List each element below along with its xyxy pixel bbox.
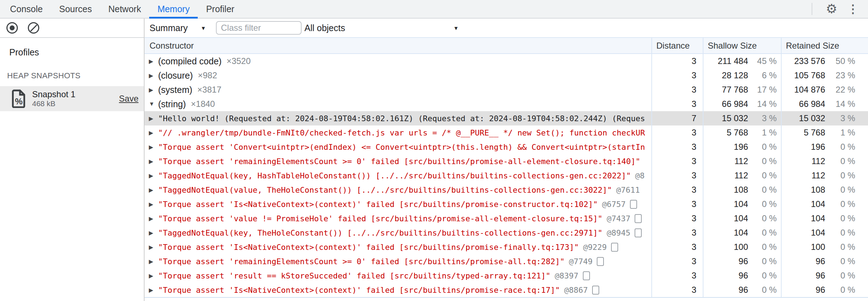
tab-memory[interactable]: Memory bbox=[149, 0, 198, 18]
preview-box-icon[interactable] bbox=[635, 228, 642, 237]
constructor-cell: ▶ "Torque assert 'result == kStoreSucced… bbox=[145, 268, 651, 283]
retained-size-percent: 0 % bbox=[825, 156, 855, 166]
object-id: @7437 bbox=[607, 214, 630, 223]
table-row[interactable]: ▶ "TaggedNotEqual(key, TheHoleConstant()… bbox=[145, 226, 868, 240]
expand-icon[interactable]: ▶ bbox=[149, 230, 158, 236]
distance-cell: 3 bbox=[651, 125, 703, 140]
snapshot-item[interactable]: % Snapshot 1 468 kB Save bbox=[0, 86, 144, 111]
retained-size-cell: 15 032 3 % bbox=[781, 111, 868, 125]
table-row[interactable]: ▶ "Torque assert 'Is<NativeContext>(cont… bbox=[145, 197, 868, 211]
expand-icon[interactable]: ▶ bbox=[149, 287, 158, 293]
retained-size-cell: 108 0 % bbox=[781, 183, 868, 197]
table-row[interactable]: ▶ (closure) ×982 3 28 128 6 % 105 768 23… bbox=[145, 68, 868, 83]
constructor-cell: ▶ "Torque assert 'Is<NativeContext>(cont… bbox=[145, 197, 651, 211]
shallow-size-value: 211 484 bbox=[703, 56, 748, 66]
tab-sources[interactable]: Sources bbox=[51, 0, 100, 18]
shallow-size-percent: 17 % bbox=[748, 85, 777, 95]
expand-icon[interactable]: ▶ bbox=[149, 158, 158, 165]
tab-network[interactable]: Network bbox=[100, 0, 149, 18]
shallow-size-cell: 104 0 % bbox=[703, 197, 781, 211]
shallow-size-cell: 112 0 % bbox=[703, 154, 781, 168]
object-id: @8397 bbox=[555, 271, 578, 280]
retained-size-percent: 0 % bbox=[825, 185, 855, 195]
shallow-size-value: 100 bbox=[703, 242, 748, 252]
settings-gear-icon[interactable]: ⚙ bbox=[820, 3, 843, 15]
constructor-cell: ▼ (string) ×1840 bbox=[145, 97, 651, 111]
table-row[interactable]: ▶ (compiled code) ×3520 3 211 484 45 % 2… bbox=[145, 54, 868, 68]
expand-icon[interactable]: ▶ bbox=[149, 129, 158, 136]
shallow-size-cell: 112 0 % bbox=[703, 168, 781, 183]
preview-box-icon[interactable] bbox=[630, 200, 637, 209]
retained-size-value: 233 576 bbox=[782, 56, 825, 66]
retained-size-cell: 233 576 50 % bbox=[781, 54, 868, 68]
expand-icon[interactable]: ▶ bbox=[149, 172, 158, 179]
preview-box-icon[interactable] bbox=[592, 286, 599, 295]
column-header-retained-size[interactable]: Retained Size bbox=[781, 38, 868, 53]
retained-size-cell: 5 768 1 % bbox=[781, 125, 868, 140]
column-header-shallow-size[interactable]: Shallow Size bbox=[703, 38, 781, 53]
expand-icon[interactable]: ▶ bbox=[149, 115, 158, 122]
expand-icon[interactable]: ▶ bbox=[149, 258, 158, 265]
expand-icon[interactable]: ▶ bbox=[149, 58, 158, 65]
column-header-distance[interactable]: Distance bbox=[651, 38, 703, 53]
expand-icon[interactable]: ▶ bbox=[149, 201, 158, 208]
table-row[interactable]: ▶ "TaggedNotEqual(value, TheHoleConstant… bbox=[145, 183, 868, 197]
shallow-size-cell: 104 0 % bbox=[703, 226, 781, 240]
constructor-name: (compiled code) bbox=[158, 56, 222, 66]
shallow-size-value: 196 bbox=[703, 142, 748, 152]
preview-box-icon[interactable] bbox=[635, 214, 642, 223]
retained-size-percent: 22 % bbox=[825, 85, 855, 95]
shallow-size-cell: 100 0 % bbox=[703, 240, 781, 254]
retained-size-value: 104 bbox=[782, 213, 825, 223]
table-row[interactable]: ▶ "TaggedNotEqual(key, HashTableHoleCons… bbox=[145, 168, 868, 183]
table-row[interactable]: ▶ "Torque assert 'Is<NativeContext>(cont… bbox=[145, 240, 868, 254]
tab-profiler[interactable]: Profiler bbox=[198, 0, 242, 18]
heap-snapshot-view: Summary ▼ All objects ▼ Constructor Dist… bbox=[145, 19, 868, 301]
retained-size-percent: 0 % bbox=[825, 285, 855, 295]
table-row[interactable]: ▶ "Torque assert 'result == kStoreSucced… bbox=[145, 268, 868, 283]
object-scope-select[interactable]: All objects ▼ bbox=[304, 23, 461, 33]
table-row[interactable]: ▶ "Torque assert 'Convert<uintptr>(endIn… bbox=[145, 140, 868, 154]
expand-icon[interactable]: ▶ bbox=[149, 187, 158, 193]
clear-profiles-icon[interactable] bbox=[28, 22, 39, 34]
table-row[interactable]: ▶ "Torque assert 'value != PromiseHole' … bbox=[145, 211, 868, 226]
shallow-size-value: 15 032 bbox=[703, 113, 748, 123]
preview-box-icon[interactable] bbox=[611, 243, 618, 252]
table-row[interactable]: ▶ "Torque assert 'remainingElementsCount… bbox=[145, 254, 868, 268]
snapshot-toolbar: Summary ▼ All objects ▼ bbox=[145, 19, 868, 38]
table-row[interactable]: ▶ "Torque assert 'Is<NativeContext>(cont… bbox=[145, 283, 868, 297]
shallow-size-value: 104 bbox=[703, 213, 748, 223]
retained-size-cell: 96 0 % bbox=[781, 254, 868, 268]
shallow-size-cell: 77 768 17 % bbox=[703, 83, 781, 97]
column-header-constructor[interactable]: Constructor bbox=[145, 38, 651, 53]
collapse-icon[interactable]: ▼ bbox=[149, 101, 158, 107]
shallow-size-percent: 0 % bbox=[748, 228, 777, 238]
constructor-name: "Torque assert 'result == kStoreSucceded… bbox=[158, 271, 550, 280]
shallow-size-cell: 104 0 % bbox=[703, 211, 781, 226]
shallow-size-percent: 45 % bbox=[748, 56, 777, 66]
tab-console[interactable]: Console bbox=[2, 0, 51, 18]
preview-box-icon[interactable] bbox=[583, 271, 590, 280]
preview-box-icon[interactable] bbox=[597, 257, 604, 266]
retained-size-cell: 66 984 14 % bbox=[781, 97, 868, 111]
save-snapshot-link[interactable]: Save bbox=[119, 94, 138, 104]
perspective-select[interactable]: Summary ▼ bbox=[150, 23, 206, 33]
table-row[interactable]: ▶ (system) ×3817 3 77 768 17 % 104 876 2… bbox=[145, 83, 868, 97]
constructor-name: "Torque assert 'Is<NativeContext>(contex… bbox=[158, 286, 560, 295]
table-row[interactable]: ▶ "// .wrangler/tmp/bundle-FmNIt0/checke… bbox=[145, 125, 868, 140]
class-filter-input[interactable] bbox=[216, 21, 302, 35]
expand-icon[interactable]: ▶ bbox=[149, 144, 158, 150]
expand-icon[interactable]: ▶ bbox=[149, 87, 158, 93]
table-row[interactable]: ▶ "Hello world! (Requested at: 2024-08-1… bbox=[145, 111, 868, 125]
expand-icon[interactable]: ▶ bbox=[149, 272, 158, 279]
table-row[interactable]: ▼ (string) ×1840 3 66 984 14 % 66 984 14… bbox=[145, 97, 868, 111]
take-heap-snapshot-icon[interactable] bbox=[6, 22, 18, 34]
expand-icon[interactable]: ▶ bbox=[149, 215, 158, 222]
retained-size-value: 96 bbox=[782, 271, 825, 281]
constructor-cell: ▶ "Torque assert 'Is<NativeContext>(cont… bbox=[145, 283, 651, 297]
perspective-select-value: Summary bbox=[150, 23, 188, 33]
expand-icon[interactable]: ▶ bbox=[149, 244, 158, 251]
expand-icon[interactable]: ▶ bbox=[149, 72, 158, 79]
table-row[interactable]: ▶ "Torque assert 'remainingElementsCount… bbox=[145, 154, 868, 168]
more-options-kebab-icon[interactable]: ⋮ bbox=[843, 3, 863, 15]
